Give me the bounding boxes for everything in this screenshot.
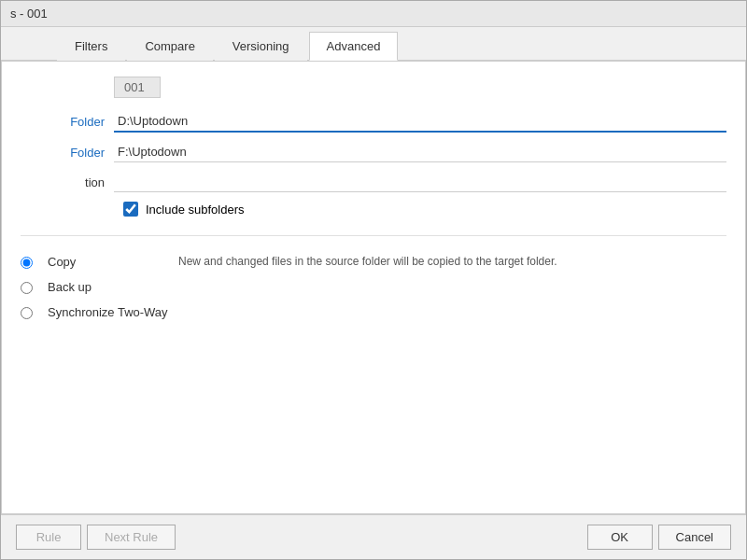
sync-option-two-way[interactable]: Synchronize Two-Way (21, 300, 726, 325)
ok-button[interactable]: OK (587, 525, 653, 550)
copy-radio[interactable] (21, 257, 33, 269)
source-folder-row: Folder (21, 111, 726, 133)
include-subfolders-row: Include subfolders (123, 202, 726, 217)
footer-right-buttons: OK Cancel (587, 525, 731, 550)
backup-radio[interactable] (21, 282, 33, 294)
target-folder-label[interactable]: Folder (21, 146, 114, 160)
sync-options-list: Copy New and changed files in the source… (21, 249, 726, 325)
description-input[interactable] (114, 172, 726, 192)
sync-option-copy[interactable]: Copy New and changed files in the source… (21, 249, 726, 274)
target-folder-row: Folder (21, 142, 726, 162)
description-label: tion (21, 175, 114, 189)
tab-bar: Filters Compare Versioning Advanced (1, 27, 746, 61)
cancel-button[interactable]: Cancel (658, 525, 731, 550)
target-folder-input[interactable] (114, 142, 726, 162)
include-subfolders-checkbox[interactable] (123, 202, 138, 217)
source-folder-label[interactable]: Folder (21, 115, 114, 129)
tab-advanced[interactable]: Advanced (309, 32, 399, 61)
title-bar: s - 001 (1, 1, 746, 27)
sync-options-section: Copy New and changed files in the source… (21, 235, 726, 325)
footer-left-buttons: Rule Next Rule (16, 525, 176, 550)
source-folder-input[interactable] (114, 111, 726, 133)
include-subfolders-label[interactable]: Include subfolders (146, 203, 245, 217)
two-way-radio[interactable] (21, 307, 33, 319)
prev-rule-button[interactable]: Rule (16, 525, 81, 550)
description-row: tion (21, 172, 726, 192)
tab-versioning[interactable]: Versioning (215, 32, 307, 61)
window-title: s - 001 (10, 7, 48, 21)
sync-option-backup[interactable]: Back up (21, 274, 726, 300)
backup-label: Back up (48, 280, 160, 294)
next-rule-button[interactable]: Next Rule (87, 525, 176, 550)
folder-section: Folder Folder tion Include subfolders (21, 111, 726, 217)
main-window: s - 001 Filters Compare Versioning Advan… (0, 0, 747, 560)
copy-label: Copy (48, 255, 160, 269)
tab-content: 001 Folder Folder tion Include subfolder… (1, 61, 746, 514)
two-way-label: Synchronize Two-Way (48, 305, 168, 319)
copy-description: New and changed files in the source fold… (178, 255, 557, 268)
id-display: 001 (114, 77, 161, 98)
tab-compare[interactable]: Compare (127, 32, 212, 61)
footer: Rule Next Rule OK Cancel (1, 514, 746, 559)
tab-filters[interactable]: Filters (57, 32, 125, 61)
